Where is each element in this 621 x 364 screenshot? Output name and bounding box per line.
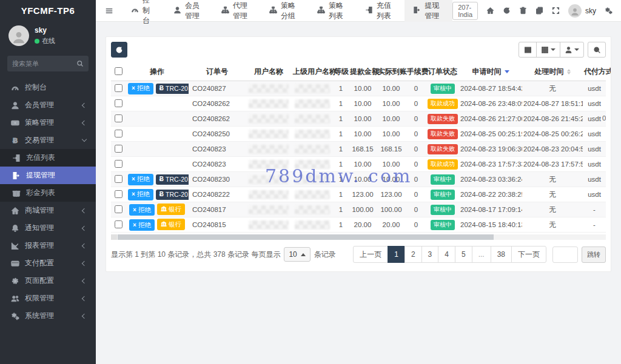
svg-text:Ƀ: Ƀ [13,136,18,144]
sidebar-search[interactable] [7,56,89,71]
tab-会员管理[interactable]: 会员管理 [165,0,213,22]
sidebar-item-console[interactable]: 控制台 [0,79,96,96]
row-checkbox[interactable] [115,145,123,153]
refresh-icon [115,46,123,54]
page-button-38[interactable]: 38 [491,246,512,263]
export-button[interactable] [560,42,584,58]
topbar-user[interactable]: sky [568,4,596,18]
column-header-处理时间[interactable]: 处理时间 [522,63,583,81]
home-icon[interactable] [486,7,494,15]
row-checkbox[interactable] [115,220,123,228]
column-header-申请时间[interactable]: 申请时间 [459,63,522,81]
sidebar-item-pay[interactable]: 支付配置 [0,254,96,272]
bank-button[interactable]: 银行 [157,204,185,215]
sidebar-item-mall[interactable]: 商城管理 [0,202,96,219]
chevron-left-icon [82,120,87,125]
status-cell: 取款成功 [426,96,459,111]
next-page-button[interactable]: 下一页 [511,246,546,263]
blurred-text [249,190,289,199]
bank-button[interactable]: 银行 [157,219,185,230]
sidebar-item-system[interactable]: 系统管理 [0,307,96,325]
trc-button[interactable]: ɃTRC-20 [156,84,189,94]
reject-button[interactable]: ×拒绝 [128,83,153,94]
row-checkbox-cell [111,172,126,187]
reject-button[interactable]: ×拒绝 [129,204,155,216]
horizontal-scrollbar[interactable] [111,234,606,240]
tab-策略分组[interactable]: 策略分组 [261,0,309,22]
row-checkbox[interactable] [115,99,123,107]
tab-提现管理[interactable]: 提现管理 [404,0,452,22]
sidebar-item-member[interactable]: 会员管理 [0,96,96,114]
level-cell: 1 [333,202,349,217]
sort-icon[interactable] [567,69,571,74]
jump-page-input[interactable] [552,247,578,263]
sidebar-item-strategy[interactable]: 策略管理 [0,114,96,131]
sidebar-item-notice[interactable]: 通知管理 [0,219,96,237]
actual-cell: 10.00 [377,157,406,172]
page-button-3[interactable]: 3 [421,246,439,263]
reject-button[interactable]: ×拒绝 [128,189,153,200]
row-checkbox[interactable] [115,190,123,198]
sidebar-item-auth[interactable]: 权限管理 [0,290,96,307]
card-view-button[interactable] [519,42,537,58]
jump-button[interactable]: 跳转 [582,247,606,263]
blurred-text [295,114,330,124]
page-button-1[interactable]: 1 [388,246,405,263]
trash-icon[interactable] [519,7,527,15]
home-icon [11,207,19,215]
page-button-2[interactable]: 2 [404,246,422,263]
order-no-cell: CO240815 [189,217,246,233]
page-button-4[interactable]: 4 [438,246,455,263]
menu-toggle-icon[interactable] [96,7,123,15]
sidebar-item-page[interactable]: 页面配置 [0,272,96,290]
refresh-icon[interactable] [503,7,511,15]
tab-控制台[interactable]: 控制台 [123,0,165,22]
copy-icon[interactable] [535,7,543,15]
row-checkbox[interactable] [115,114,123,122]
status-badge: 取款失败 [428,144,458,154]
sidebar-search-input[interactable] [12,60,76,67]
reject-button[interactable]: ×拒绝 [128,174,153,185]
reject-button[interactable]: ×拒绝 [129,219,155,231]
refresh-button[interactable] [111,42,127,58]
row-checkbox[interactable] [115,130,123,137]
search-button[interactable] [588,42,606,58]
tab-充值列表[interactable]: 充值列表 [357,0,404,22]
trc-button[interactable]: ɃTRC-20 [156,174,189,185]
row-checkbox[interactable] [115,84,123,92]
sort-desc-icon[interactable] [505,70,509,73]
select-all-checkbox[interactable] [111,63,126,81]
user-name-cell [246,81,292,96]
settings-gear-icon[interactable] [605,7,613,15]
columns-button[interactable] [536,42,560,58]
sidebar-item-withdraw[interactable]: 提现管理 [0,167,96,184]
row-checkbox[interactable] [115,175,123,183]
pagination: 上一页12345...38下一页 跳转 [353,246,606,263]
tab-代理管理[interactable]: 代理管理 [213,0,261,22]
blurred-text [295,220,330,230]
prev-page-button[interactable]: 上一页 [353,246,388,263]
sidebar-item-recharge[interactable]: 充值列表 [0,149,96,167]
trc-button[interactable]: ɃTRC-20 [156,190,189,200]
page-button-5[interactable]: 5 [455,246,472,263]
scrollbar-left-button[interactable] [111,234,117,240]
scrollbar-thumb[interactable] [118,234,494,240]
user-name-cell [246,187,292,202]
column-header-代付方式: 代付方式 [583,63,606,81]
row-checkbox[interactable] [115,205,123,213]
level-cell: 1 [333,217,349,233]
select-all-checkbox-input[interactable] [115,67,123,75]
op-button-label: 银行 [169,220,181,229]
status-cell: 审核中 [426,81,459,96]
method-cell: - [583,217,606,233]
sidebar-item-bonus[interactable]: 彩金列表 [0,184,96,202]
money-icon [11,119,19,127]
row-checkbox[interactable] [115,160,123,168]
status-cell: 取款失败 [426,127,459,142]
sidebar-item-report[interactable]: 报表管理 [0,237,96,254]
sidebar-user-block[interactable]: sky 在线 [0,21,96,52]
page-size-select[interactable]: 10 [284,247,310,262]
tab-策略列表[interactable]: 策略列表 [309,0,357,22]
expand-icon[interactable] [552,7,560,15]
sidebar-item-trade[interactable]: Ƀ交易管理 [0,131,96,149]
